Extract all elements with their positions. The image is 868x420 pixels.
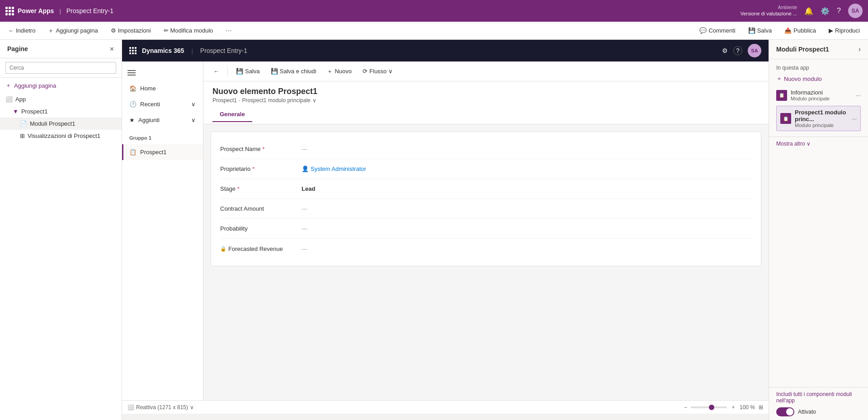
form-card: Prospect Name * --- Proprietario *: [211, 132, 761, 266]
form-tabs: Generale: [212, 107, 760, 122]
back-icon: ←: [8, 27, 14, 34]
commenti-button[interactable]: 💬 Commenti: [697, 25, 738, 36]
second-toolbar: ← Indietro ＋ Aggiungi pagina ⚙ Impostazi…: [0, 22, 868, 40]
field-label-probability: Probability: [220, 225, 302, 232]
canvas-toolbar: ← 💾 Salva 💾 Salva e chiudi ＋ Nuovo: [203, 61, 769, 81]
d365-help-icon[interactable]: ?: [733, 46, 742, 55]
toolbar-save-close-button[interactable]: 💾 Salva e chiudi: [266, 65, 321, 77]
breadcrumb-modulo[interactable]: Prospect1 modulo principale: [242, 97, 310, 104]
field-value-contract-amount[interactable]: ---: [302, 205, 752, 212]
sidebar-search-input[interactable]: [5, 62, 116, 74]
field-label-forecasted-revenue: 🔒 Forecasted Revenue: [220, 245, 302, 252]
sidebar-item-app[interactable]: ⬜ App: [0, 93, 122, 105]
d365-form-content: ← 💾 Salva 💾 Salva e chiudi ＋ Nuovo: [203, 61, 769, 400]
sidebar-close-icon[interactable]: ✕: [109, 46, 114, 52]
add-module-button[interactable]: ＋ Nuovo modulo: [776, 75, 861, 83]
d365-nav-recenti[interactable]: 🕐 Recenti ∨: [122, 96, 203, 112]
gear-icon[interactable]: ⚙️: [821, 7, 830, 15]
sidebar-search-container: [0, 58, 122, 78]
zoom-in-icon[interactable]: ＋: [731, 403, 736, 411]
add-page-button[interactable]: ＋ Aggiungi pagina: [45, 25, 100, 37]
user-icon: 👤: [302, 165, 309, 172]
toggle-switch[interactable]: [776, 407, 794, 416]
zoom-slider-thumb: [709, 405, 714, 410]
sidebar-item-visualizzazioni[interactable]: ⊞ Visualizzazioni di Prospect1: [0, 130, 122, 142]
recent-icon: 🕐: [129, 101, 137, 108]
sidebar-item-moduli-prospect1[interactable]: 📄 Moduli Prospect1: [0, 118, 122, 130]
toolbar-back-button[interactable]: ←: [209, 65, 224, 77]
d365-nav-prospect1[interactable]: 📋 Prospect1: [122, 144, 203, 160]
zoom-slider[interactable]: [691, 406, 727, 408]
second-toolbar-right: 💬 Commenti 💾 Salva 📤 Pubblica ▶ Riproduc…: [697, 25, 863, 36]
riproduci-button[interactable]: ▶ Riproduci: [826, 25, 863, 36]
pubblica-button[interactable]: 📤 Pubblica: [782, 25, 819, 36]
sidebar-item-prospect1[interactable]: ▼ Prospect1: [0, 105, 122, 118]
form-breadcrumb: Prospect1 · Prospect1 modulo principale …: [212, 97, 760, 104]
responsive-icon: ⬜: [127, 404, 134, 411]
bell-icon[interactable]: 🔔: [804, 7, 813, 15]
breadcrumb-separator: ·: [239, 97, 240, 104]
form-body: Prospect Name * --- Proprietario *: [203, 124, 769, 274]
show-more-button[interactable]: Mostra altro ∨: [769, 137, 868, 151]
settings-button[interactable]: ⚙ Impostazioni: [108, 25, 154, 36]
required-star-stage: *: [237, 186, 240, 192]
d365-topnav: Dynamics 365 | Prospect Entry-1 ⚙ ? SA: [122, 40, 769, 61]
responsive-expand-icon: ∨: [190, 404, 194, 411]
breadcrumb-prospect1[interactable]: Prospect1: [212, 97, 237, 104]
toolbar-save-button[interactable]: 💾 Salva: [231, 65, 264, 77]
toolbar-divider-1: [227, 67, 228, 76]
form-icon: 📄: [20, 120, 27, 127]
toolbar-flow-button[interactable]: ⟳ Flusso ∨: [358, 65, 397, 77]
field-contract-amount: Contract Amount ---: [220, 199, 752, 219]
toolbar-save-close-icon: 💾: [271, 68, 278, 75]
d365-gear-icon[interactable]: ⚙: [722, 47, 728, 54]
help-icon[interactable]: ?: [837, 7, 841, 15]
responsive-indicator[interactable]: ⬜ Reattiva (1271 x 815) ∨: [127, 404, 194, 411]
d365-topnav-left: Dynamics 365 | Prospect Entry-1: [129, 47, 247, 54]
module-item-prospect1-modulo[interactable]: 📋 Prospect1 modulo princ... Modulo princ…: [776, 106, 861, 131]
d365-nav-home[interactable]: 🏠 Home: [122, 80, 203, 96]
toolbar-flow-icon: ⟳: [363, 68, 368, 75]
d365-nav-aggiunti[interactable]: ★ Aggiunti ∨: [122, 112, 203, 128]
back-button[interactable]: ← Indietro: [5, 25, 38, 36]
module-more-icon-prospect1[interactable]: ···: [852, 115, 857, 122]
more-options-button[interactable]: ···: [223, 26, 234, 36]
tab-generale[interactable]: Generale: [212, 107, 252, 122]
module-more-icon-informazioni[interactable]: ···: [856, 92, 861, 99]
d365-avatar[interactable]: SA: [748, 44, 761, 57]
tree-expand-icon: ▼: [13, 108, 19, 115]
field-proprietario: Proprietario * 👤 System Administrator: [220, 159, 752, 179]
field-value-proprietario[interactable]: 👤 System Administrator: [302, 165, 752, 172]
comment-icon: 💬: [699, 27, 707, 34]
module-item-informazioni[interactable]: 📋 Informazioni Modulo principale ···: [776, 86, 861, 104]
flow-expand-icon: ∨: [388, 68, 393, 75]
d365-nav-hamburger[interactable]: [122, 65, 203, 80]
salva-button[interactable]: 💾 Salva: [745, 25, 775, 36]
field-value-prospect-name[interactable]: ---: [302, 146, 752, 152]
nav-group-title: Gruppo 1: [122, 132, 203, 144]
fit-screen-icon[interactable]: ⊞: [759, 404, 763, 411]
zoom-out-icon[interactable]: −: [684, 404, 687, 411]
zoom-level: 100 %: [740, 404, 755, 411]
right-panel-header: Moduli Prospect1 ›: [769, 40, 868, 59]
required-star-proprietario: *: [252, 166, 255, 172]
waffle-icon[interactable]: [5, 7, 14, 15]
user-avatar[interactable]: SA: [848, 4, 863, 18]
prospect-nav-icon: 📋: [129, 149, 137, 156]
field-forecasted-revenue: 🔒 Forecasted Revenue ---: [220, 239, 752, 259]
second-toolbar-left: ← Indietro ＋ Aggiungi pagina ⚙ Impostazi…: [5, 25, 235, 37]
right-panel-close-icon[interactable]: ›: [859, 45, 861, 53]
sidebar-add-page-button[interactable]: ＋ Aggiungi pagina: [0, 78, 122, 93]
edit-form-button[interactable]: ✏ Modifica modulo: [161, 25, 216, 36]
breadcrumb-expand-icon[interactable]: ∨: [312, 97, 316, 104]
field-value-stage[interactable]: Lead: [302, 185, 752, 192]
field-value-probability[interactable]: ---: [302, 225, 752, 232]
aggiunti-expand-icon: ∨: [191, 117, 196, 123]
field-value-forecasted-revenue[interactable]: ---: [302, 245, 752, 252]
toolbar-new-button[interactable]: ＋ Nuovo: [322, 65, 356, 78]
form-title: Nuovo elemento Prospect1: [212, 87, 760, 96]
sidebar-title: Pagine: [7, 45, 28, 52]
d365-waffle-icon[interactable]: [129, 47, 137, 54]
add-icon: ＋: [48, 27, 54, 35]
right-panel-section-title: In questa app: [776, 65, 861, 71]
